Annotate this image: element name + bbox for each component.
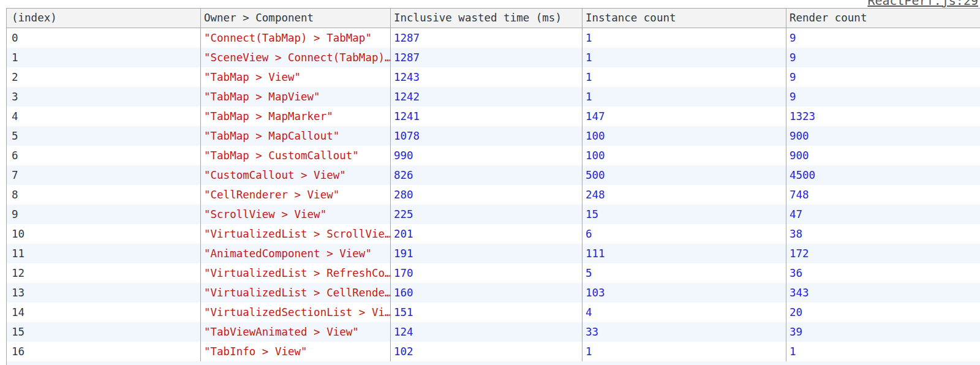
cell-instance-count: 500	[582, 165, 786, 185]
cell-index: 8	[7, 185, 201, 205]
cell-inclusive-wasted-time: 1241	[391, 107, 582, 126]
cell-render-count: 9	[786, 48, 980, 67]
cell-owner-component: "CustomCallout > View"	[201, 165, 391, 185]
table-row: 3 "TabMap > MapView" 1242 1 9	[7, 87, 980, 107]
cell-instance-count: 100	[582, 126, 786, 146]
cell-index: 12	[7, 263, 201, 283]
cell-owner-component: "TabMap > MapView"	[201, 87, 391, 107]
cell-index: 7	[7, 165, 201, 185]
cell-instance-count: 4	[582, 303, 786, 322]
cell-inclusive-wasted-time: 191	[391, 244, 582, 263]
cell-instance-count: 5	[582, 263, 786, 283]
column-header-inclusive-wasted-time[interactable]: Inclusive wasted time (ms)	[391, 9, 582, 28]
cell-inclusive-wasted-time: 1287	[391, 48, 582, 67]
column-header-instance-count[interactable]: Instance count	[582, 9, 786, 28]
cell-inclusive-wasted-time: 160	[391, 283, 582, 303]
table-row: 6 "TabMap > CustomCallout" 990 100 900	[7, 146, 980, 165]
cell-inclusive-wasted-time: 1078	[391, 126, 582, 146]
cell-index: 1	[7, 48, 201, 67]
cell-owner-component: "VirtualizedList > CellRende…	[201, 283, 391, 303]
cell-owner-component: "TabInfo > View"	[201, 342, 391, 361]
cell-render-count: 748	[786, 185, 980, 205]
cell-inclusive-wasted-time: 1242	[391, 87, 582, 107]
console-table: (index) Owner > Component Inclusive wast…	[6, 8, 980, 365]
table-row: 15 "TabViewAnimated > View" 124 33 39	[7, 322, 980, 342]
cell-index: 16	[7, 342, 201, 361]
cell-inclusive-wasted-time: 990	[391, 146, 582, 165]
cell-instance-count: 15	[582, 205, 786, 224]
cell-inclusive-wasted-time: 280	[391, 185, 582, 205]
cell-owner-component: "Connect(TabMap) > TabMap"	[201, 28, 391, 48]
table-row: 5 "TabMap > MapCallout" 1078 100 900	[7, 126, 980, 146]
cell-inclusive-wasted-time: 826	[391, 165, 582, 185]
cell-render-count: 1	[786, 342, 980, 361]
cell-owner-component: "TabViewAnimated > View"	[201, 322, 391, 342]
cell-index: 10	[7, 224, 201, 244]
cell-index: 11	[7, 244, 201, 263]
cell-owner-component: "TabMap > View"	[201, 67, 391, 87]
cell-owner-component: "TabMap > MapCallout"	[201, 126, 391, 146]
console-source-link[interactable]: ReactPerf.js:29	[867, 0, 978, 7]
cell-inclusive-wasted-time: 124	[391, 322, 582, 342]
cell-instance-count: 1	[582, 28, 786, 48]
cell-inclusive-wasted-time: 170	[391, 263, 582, 283]
cell-render-count: 900	[786, 126, 980, 146]
table-row: 11 "AnimatedComponent > View" 191 111 17…	[7, 244, 980, 263]
table-row: 1 "SceneView > Connect(TabMap)… 1287 1 9	[7, 48, 980, 67]
cell-owner-component: "AnimatedComponent > View"	[201, 244, 391, 263]
cell-index: 3	[7, 87, 201, 107]
table-row: 10 "VirtualizedList > ScrollVie… 201 6 3…	[7, 224, 980, 244]
table-row: 14 "VirtualizedSectionList > Vi… 151 4 2…	[7, 303, 980, 322]
table-row: 12 "VirtualizedList > RefreshCo… 170 5 3…	[7, 263, 980, 283]
cell-owner-component: "VirtualizedSectionList > Vi…	[201, 303, 391, 322]
cell-render-count: 9	[786, 28, 980, 48]
table-row: 4 "TabMap > MapMarker" 1241 147 1323	[7, 107, 980, 126]
cell-render-count: 900	[786, 146, 980, 165]
cell-index: 2	[7, 67, 201, 87]
cell-index: 15	[7, 322, 201, 342]
cell-inclusive-wasted-time: 102	[391, 342, 582, 361]
cell-render-count: 172	[786, 244, 980, 263]
cell-instance-count: 147	[582, 107, 786, 126]
cell-render-count: 1323	[786, 107, 980, 126]
cell-render-count: 36	[786, 263, 980, 283]
cell-instance-count: 33	[582, 322, 786, 342]
cell-owner-component: "CellRenderer > View"	[201, 185, 391, 205]
cell-instance-count: 1	[582, 48, 786, 67]
cell-render-count: 39	[786, 322, 980, 342]
column-header-owner-component[interactable]: Owner > Component	[201, 9, 391, 28]
cell-instance-count: 103	[582, 283, 786, 303]
table-row: 0 "Connect(TabMap) > TabMap" 1287 1 9	[7, 28, 980, 48]
cell-index: 0	[7, 28, 201, 48]
cell-render-count: 9	[786, 67, 980, 87]
cell-instance-count: 1	[582, 342, 786, 361]
table-body: 0 "Connect(TabMap) > TabMap" 1287 1 9 1 …	[7, 28, 980, 361]
cell-owner-component: "SceneView > Connect(TabMap)…	[201, 48, 391, 67]
table-row: 9 "ScrollView > View" 225 15 47	[7, 205, 980, 224]
table-row: 8 "CellRenderer > View" 280 248 748	[7, 185, 980, 205]
cell-render-count: 38	[786, 224, 980, 244]
table-row: 13 "VirtualizedList > CellRende… 160 103…	[7, 283, 980, 303]
table-header-row: (index) Owner > Component Inclusive wast…	[7, 9, 980, 28]
cell-render-count: 343	[786, 283, 980, 303]
cell-instance-count: 1	[582, 67, 786, 87]
cell-render-count: 9	[786, 87, 980, 107]
table-row: 2 "TabMap > View" 1243 1 9	[7, 67, 980, 87]
column-header-render-count[interactable]: Render count	[786, 9, 980, 28]
cell-index: 9	[7, 205, 201, 224]
cell-instance-count: 6	[582, 224, 786, 244]
cell-inclusive-wasted-time: 1287	[391, 28, 582, 48]
cell-index: 14	[7, 303, 201, 322]
table-row: 7 "CustomCallout > View" 826 500 4500	[7, 165, 980, 185]
cell-owner-component: "VirtualizedList > RefreshCo…	[201, 263, 391, 283]
cell-index: 4	[7, 107, 201, 126]
cell-owner-component: "TabMap > CustomCallout"	[201, 146, 391, 165]
table-row: 16 "TabInfo > View" 102 1 1	[7, 342, 980, 361]
cell-render-count: 47	[786, 205, 980, 224]
cell-instance-count: 1	[582, 87, 786, 107]
column-header-index[interactable]: (index)	[7, 9, 201, 28]
cell-owner-component: "ScrollView > View"	[201, 205, 391, 224]
cell-instance-count: 100	[582, 146, 786, 165]
cell-instance-count: 111	[582, 244, 786, 263]
cell-render-count: 20	[786, 303, 980, 322]
